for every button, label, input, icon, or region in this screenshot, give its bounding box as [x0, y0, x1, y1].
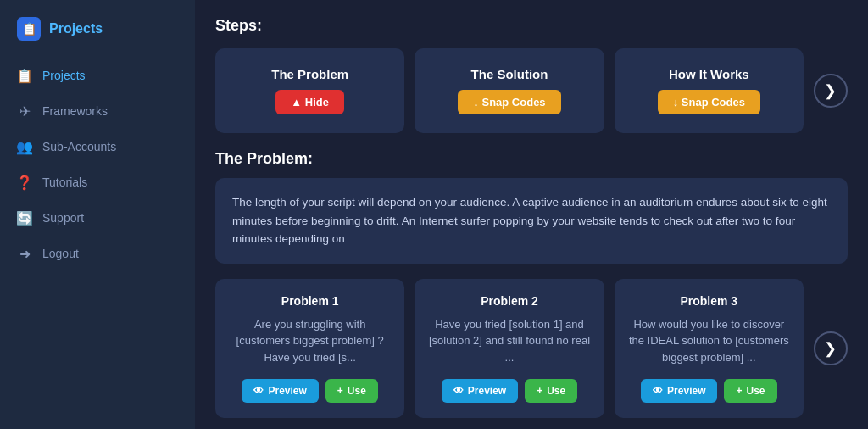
hide-button[interactable]: ▲ Hide	[275, 90, 344, 114]
steps-title: Steps:	[215, 17, 848, 35]
logo-icon: 📋	[17, 17, 41, 41]
problem-card-1: Problem 1 Are you struggling with [custo…	[215, 279, 404, 419]
sidebar: 📋 Projects 📋 Projects ✈ Frameworks 👥 Sub…	[0, 0, 195, 429]
problem-section-title: The Problem:	[215, 150, 848, 168]
preview-button-2[interactable]: 👁 Preview	[442, 379, 518, 403]
sidebar-item-support-label: Support	[42, 211, 84, 225]
cards-next-arrow[interactable]: ❯	[814, 332, 848, 365]
sidebar-item-logout-label: Logout	[42, 247, 79, 260]
frameworks-icon: ✈	[17, 103, 32, 119]
sidebar-item-support[interactable]: 🔄 Support	[0, 200, 195, 236]
steps-next-arrow[interactable]: ❯	[814, 74, 848, 108]
problem-card-2: Problem 2 Have you tried [solution 1] an…	[415, 279, 604, 419]
main-content: Steps: The Problem ▲ Hide The Solution ↓…	[195, 0, 868, 429]
step-card-solution: The Solution ↓ Snap Codes	[415, 48, 604, 133]
projects-icon: 📋	[17, 68, 32, 83]
problem-3-text: How would you like to discover the IDEAL…	[628, 316, 790, 366]
sidebar-logo-label: Projects	[49, 21, 103, 36]
step-card-problem: The Problem ▲ Hide	[215, 48, 404, 133]
sidebar-item-tutorials-label: Tutorials	[42, 176, 87, 189]
sidebar-item-projects-label: Projects	[42, 69, 86, 82]
problem-1-text: Are you struggling with [customers bigge…	[229, 316, 391, 366]
preview-button-1[interactable]: 👁 Preview	[242, 379, 318, 403]
plus-icon-3: +	[736, 385, 742, 397]
step-1-title: The Problem	[271, 67, 348, 81]
use-button-2[interactable]: + Use	[525, 379, 577, 403]
sidebar-item-sub-accounts-label: Sub-Accounts	[42, 140, 116, 153]
sidebar-item-frameworks[interactable]: ✈ Frameworks	[0, 93, 195, 129]
preview-button-3[interactable]: 👁 Preview	[641, 379, 717, 403]
problem-2-text: Have you tried [solution 1] and [solutio…	[428, 316, 590, 366]
step-2-title: The Solution	[471, 67, 548, 81]
steps-row: The Problem ▲ Hide The Solution ↓ Snap C…	[215, 48, 848, 133]
snap-codes-button-how[interactable]: ↓ Snap Codes	[658, 90, 760, 114]
use-button-3[interactable]: + Use	[724, 379, 776, 403]
logout-icon: ➜	[17, 246, 32, 261]
problem-text-box: The length of your script will depend on…	[215, 178, 848, 264]
sidebar-logo: 📋 Projects	[0, 8, 195, 58]
chevron-right-icon: ❯	[824, 81, 837, 100]
problem-1-title: Problem 1	[281, 294, 339, 308]
sub-accounts-icon: 👥	[17, 139, 32, 154]
tutorials-icon: ❓	[17, 175, 32, 190]
sidebar-item-sub-accounts[interactable]: 👥 Sub-Accounts	[0, 129, 195, 164]
problem-2-buttons: 👁 Preview + Use	[442, 379, 577, 403]
problem-text: The length of your script will depend on…	[232, 196, 827, 245]
sidebar-item-tutorials[interactable]: ❓ Tutorials	[0, 164, 195, 200]
step-card-how-it-works: How It Works ↓ Snap Codes	[615, 48, 804, 133]
use-button-1[interactable]: + Use	[326, 379, 378, 403]
snap-codes-button-solution[interactable]: ↓ Snap Codes	[458, 90, 560, 114]
sidebar-item-logout[interactable]: ➜ Logout	[0, 236, 195, 271]
support-icon: 🔄	[17, 210, 32, 226]
sidebar-item-projects[interactable]: 📋 Projects	[0, 58, 195, 93]
problem-3-title: Problem 3	[680, 294, 737, 308]
step-3-title: How It Works	[669, 67, 749, 81]
problem-card-3: Problem 3 How would you like to discover…	[615, 279, 804, 419]
eye-icon-2: 👁	[453, 385, 464, 397]
problem-1-buttons: 👁 Preview + Use	[242, 379, 377, 403]
sidebar-item-frameworks-label: Frameworks	[42, 104, 108, 118]
problem-3-buttons: 👁 Preview + Use	[641, 379, 776, 403]
plus-icon-1: +	[337, 385, 343, 397]
problem-cards-row: Problem 1 Are you struggling with [custo…	[215, 279, 848, 419]
problem-2-title: Problem 2	[481, 294, 538, 308]
plus-icon-2: +	[537, 385, 542, 397]
eye-icon-1: 👁	[253, 385, 264, 397]
eye-icon-3: 👁	[653, 385, 663, 397]
chevron-right-icon-2: ❯	[824, 339, 837, 358]
